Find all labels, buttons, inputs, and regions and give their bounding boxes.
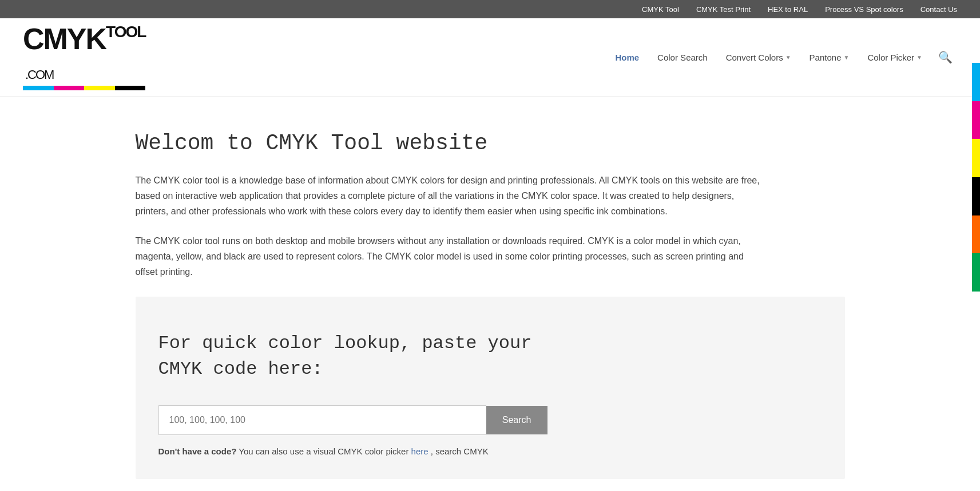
convert-colors-arrow: ▼ — [785, 54, 791, 61]
topbar-link-contact-us[interactable]: Contact Us — [921, 5, 957, 14]
dont-have-suffix: , search CMYK — [431, 446, 489, 456]
nav-item-color-search[interactable]: Color Search — [650, 48, 715, 67]
topbar-link-cmyk-tool[interactable]: CMYK Tool — [642, 5, 679, 14]
logo-color-magenta — [54, 86, 85, 90]
nav-item-color-picker[interactable]: Color Picker ▼ — [860, 48, 929, 67]
search-icon[interactable]: 🔍 — [934, 46, 957, 69]
header: CMYKTOOL.COM Home Color Search Convert C… — [0, 18, 980, 97]
pantone-arrow: ▼ — [844, 54, 850, 61]
color-lookup-title: For quick color lookup, paste your CMYK … — [158, 331, 559, 382]
top-bar: CMYK Tool CMYK Test Print HEX to RAL Pro… — [0, 0, 980, 18]
nav-item-convert-colors[interactable]: Convert Colors ▼ — [719, 48, 798, 67]
logo-color-yellow — [84, 86, 115, 90]
search-row: Search — [158, 405, 547, 435]
color-picker-arrow: ▼ — [916, 54, 922, 61]
dont-have-strong: Don't have a code? — [158, 446, 237, 456]
topbar-link-hex-to-ral[interactable]: HEX to RAL — [768, 5, 808, 14]
page-title: Welcom to CMYK Tool website — [136, 131, 845, 155]
sidebar-color-yellow — [972, 139, 980, 177]
sidebar-color-cyan — [972, 63, 980, 101]
main-content: Welcom to CMYK Tool website The CMYK col… — [90, 97, 891, 491]
paragraph-1: The CMYK color tool is a knowledge base … — [136, 173, 765, 219]
pantone-label: Pantone — [810, 53, 842, 62]
cmyk-search-input[interactable] — [158, 405, 486, 435]
logo-color-black — [115, 86, 146, 90]
nav-item-pantone[interactable]: Pantone ▼ — [803, 48, 856, 67]
dont-have-middle: You can also use a visual CMYK color pic… — [239, 446, 411, 456]
nav-item-home[interactable]: Home — [608, 48, 646, 67]
sidebar-color-green — [972, 253, 980, 292]
sidebar-color-black — [972, 177, 980, 215]
paragraph-2: The CMYK color tool runs on both desktop… — [136, 233, 765, 280]
here-link[interactable]: here — [411, 446, 428, 456]
dont-have-code-text: Don't have a code? You can also use a vi… — [158, 446, 822, 456]
logo-wrap: CMYKTOOL.COM — [23, 24, 145, 90]
logo-area[interactable]: CMYKTOOL.COM — [23, 24, 145, 90]
search-button[interactable]: Search — [486, 406, 547, 434]
logo-color-bar — [23, 86, 145, 90]
sidebar-color-magenta — [972, 101, 980, 139]
topbar-link-process-vs-spot[interactable]: Process VS Spot colors — [825, 5, 903, 14]
logo-dotcom: .COM — [25, 67, 53, 82]
logo-tool: TOOL — [106, 23, 145, 41]
logo-cmyk: CMYK — [23, 22, 106, 55]
right-sidebar-colors — [972, 63, 980, 292]
main-nav: Home Color Search Convert Colors ▼ Panto… — [608, 46, 957, 69]
topbar-link-cmyk-test-print[interactable]: CMYK Test Print — [696, 5, 751, 14]
color-lookup-section: For quick color lookup, paste your CMYK … — [136, 297, 845, 479]
sidebar-color-orange — [972, 215, 980, 254]
convert-colors-label: Convert Colors — [726, 53, 783, 62]
logo-color-cyan — [23, 86, 54, 90]
color-picker-label: Color Picker — [867, 53, 914, 62]
logo-text: CMYKTOOL.COM — [23, 24, 145, 83]
